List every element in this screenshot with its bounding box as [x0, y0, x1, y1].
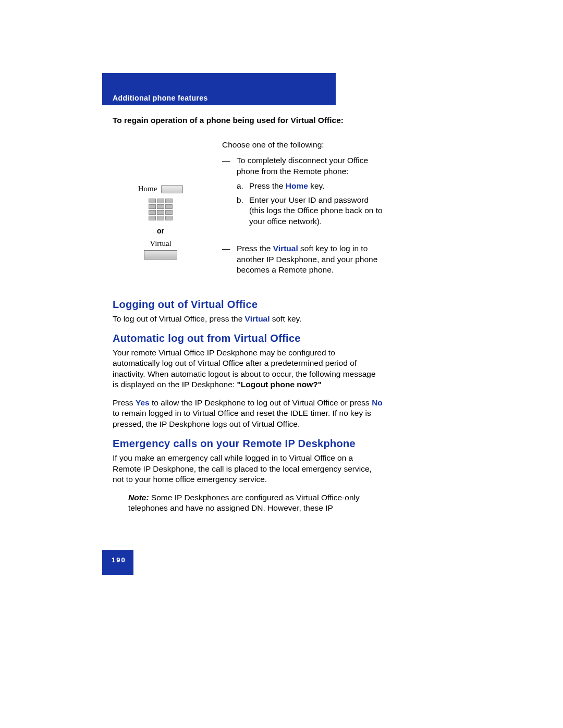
page-number: 190: [112, 556, 126, 564]
emergency-heading: Emergency calls on your Remote IP Deskph…: [113, 438, 383, 450]
instruction-text: Choose one of the following: To complete…: [222, 140, 383, 280]
logging-out-heading: Logging out of Virtual Office: [113, 299, 383, 311]
auto-logout-paragraph-1: Your remote Virtual Office IP Deskphone …: [113, 348, 383, 390]
auto-logout-heading: Automatic log out from Virtual Office: [113, 332, 383, 344]
keypad-icon: [113, 198, 209, 225]
choose-intro: Choose one of the following:: [222, 140, 383, 150]
home-key-graphic: Home: [113, 184, 209, 193]
option-1-intro: To completely disconnect your Office pho…: [237, 156, 368, 175]
header-banner: Additional phone features: [102, 73, 336, 105]
home-key-label: Home: [138, 184, 157, 193]
option-1-step-b: Enter your User ID and password (this lo…: [222, 195, 383, 227]
emergency-paragraph: If you make an emergency call while logg…: [113, 453, 383, 485]
yes-key-ref: Yes: [136, 398, 150, 407]
logging-out-paragraph: To log out of Virtual Office, press the …: [113, 314, 383, 324]
emergency-note: Note: Some IP Deskphones are configured …: [113, 492, 383, 514]
document-page: Additional phone features To regain oper…: [0, 0, 563, 728]
note-label: Note:: [128, 493, 149, 502]
virtual-key-ref: Virtual: [273, 244, 298, 253]
virtual-softkey-icon: [144, 250, 177, 260]
phone-controls-graphic: Home or Virtual: [113, 140, 209, 280]
header-section-label: Additional phone features: [113, 94, 208, 102]
auto-logout-paragraph-2: Press Yes to allow the IP Deskphone to l…: [113, 398, 383, 429]
option-2: Press the Virtual soft key to log in to …: [222, 243, 383, 275]
no-key-ref: No: [372, 398, 383, 407]
home-key-ref: Home: [286, 181, 308, 190]
or-label: or: [113, 227, 209, 235]
home-key-icon: [161, 185, 183, 193]
instruction-columns: Home or Virtual Choose one of the follow: [113, 140, 383, 280]
page-content: To regain operation of a phone being use…: [113, 116, 383, 513]
option-1: To completely disconnect your Office pho…: [222, 155, 383, 177]
virtual-key-ref-2: Virtual: [245, 314, 270, 323]
regain-title: To regain operation of a phone being use…: [113, 116, 383, 125]
logout-prompt-text: "Logout phone now?": [237, 380, 322, 389]
page-footer-block: 190: [102, 550, 133, 575]
virtual-key-label: Virtual: [113, 239, 209, 248]
option-1-step-a: Press the Home key.: [222, 181, 383, 191]
